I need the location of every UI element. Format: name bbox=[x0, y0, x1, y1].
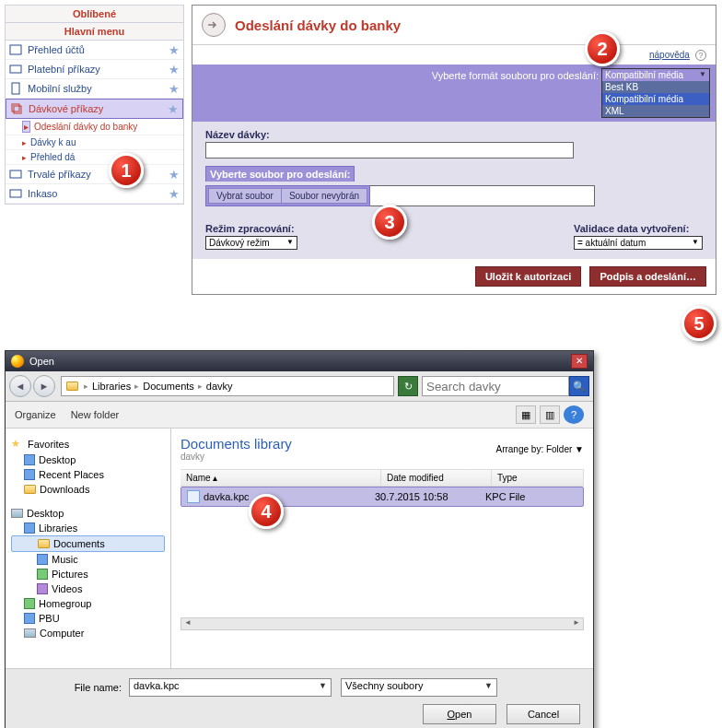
directdebit-icon bbox=[9, 187, 22, 200]
sign-send-button[interactable]: Podpis a odeslání… bbox=[589, 266, 706, 287]
file-path-input[interactable] bbox=[370, 185, 595, 206]
chrome-icon bbox=[11, 355, 24, 368]
folder-tree: ★Favorites Desktop Recent Places Downloa… bbox=[6, 429, 171, 668]
tree-music[interactable]: Music bbox=[11, 552, 165, 567]
star-icon[interactable]: ★ bbox=[169, 187, 180, 201]
sidebar-sub-auth[interactable]: ▸ Dávky k au bbox=[6, 135, 183, 150]
col-name[interactable]: Name ▴ bbox=[180, 470, 381, 486]
tree-label: Downloads bbox=[40, 484, 89, 495]
tree-desktop[interactable]: Desktop bbox=[11, 452, 165, 467]
col-type[interactable]: Type bbox=[492, 470, 584, 486]
tree-pictures[interactable]: Pictures bbox=[11, 567, 165, 581]
videos-icon bbox=[37, 583, 48, 594]
star-icon[interactable]: ★ bbox=[169, 82, 180, 96]
col-date[interactable]: Date modified bbox=[381, 470, 492, 486]
star-icon[interactable]: ★ bbox=[169, 168, 180, 182]
help-icon[interactable]: ? bbox=[695, 50, 706, 61]
format-dropdown[interactable]: Kompatibilní média Best KB Kompatibilní … bbox=[601, 68, 710, 118]
search-input[interactable] bbox=[422, 376, 569, 396]
search-button[interactable]: 🔍 bbox=[569, 376, 589, 396]
tree-libraries[interactable]: Libraries bbox=[11, 521, 165, 535]
list-subtitle: davky bbox=[180, 452, 292, 462]
sidebar-item-label: Dávkové příkazy bbox=[29, 103, 179, 114]
tree-recent[interactable]: Recent Places bbox=[11, 467, 165, 482]
tree-videos[interactable]: Videos bbox=[11, 581, 165, 596]
crumb[interactable]: Libraries bbox=[88, 381, 134, 392]
tree-homegroup[interactable]: Homegroup bbox=[11, 596, 165, 611]
refresh-button[interactable]: ↻ bbox=[398, 376, 418, 396]
arrange-label: Arrange by: bbox=[495, 444, 543, 454]
tree-pbu[interactable]: PBU bbox=[11, 611, 165, 626]
file-row[interactable]: davka.kpc 30.7.2015 10:58 KPC File bbox=[180, 487, 584, 507]
dialog-titlebar: Open ✕ bbox=[6, 351, 593, 371]
dropdown-selected[interactable]: Kompatibilní média bbox=[602, 69, 709, 81]
mode-select[interactable]: Dávkový režim bbox=[205, 236, 297, 250]
arrow-icon: ▸ bbox=[22, 153, 27, 162]
desktop-icon bbox=[11, 509, 23, 518]
organize-menu[interactable]: Organize bbox=[15, 409, 56, 420]
sidebar-item-payments[interactable]: Platební příkazy ★ bbox=[6, 60, 183, 79]
callout-badge-5: 5 bbox=[681, 306, 716, 341]
tree-favorites[interactable]: ★Favorites bbox=[11, 436, 165, 452]
open-button[interactable]: Open bbox=[423, 704, 496, 724]
filename-value: davka.kpc bbox=[134, 680, 180, 691]
sidebar-sub-send[interactable]: ▸ Odeslání dávky do banky bbox=[6, 119, 183, 135]
preview-button[interactable]: ▥ bbox=[540, 405, 560, 424]
dialog-body: ★Favorites Desktop Recent Places Downloa… bbox=[6, 429, 593, 668]
cancel-button[interactable]: Cancel bbox=[507, 704, 580, 724]
save-button[interactable]: Uložit k autorizaci bbox=[475, 266, 582, 287]
star-icon[interactable]: ★ bbox=[169, 63, 180, 76]
nav-back-button[interactable]: ◄ bbox=[9, 375, 31, 397]
dropdown-option[interactable]: Best KB bbox=[602, 81, 709, 93]
svg-rect-1 bbox=[10, 65, 21, 73]
tree-documents[interactable]: Documents bbox=[11, 535, 165, 552]
crumb[interactable]: davky bbox=[203, 381, 237, 392]
callout-badge-3: 3 bbox=[372, 205, 407, 240]
svg-rect-5 bbox=[10, 170, 21, 178]
tree-downloads[interactable]: Downloads bbox=[11, 482, 165, 497]
libraries-icon bbox=[24, 523, 35, 534]
close-icon[interactable]: ✕ bbox=[571, 354, 588, 369]
help-icon[interactable]: ? bbox=[564, 405, 584, 424]
homegroup-icon bbox=[24, 598, 35, 609]
filetype-select[interactable]: Všechny soubory bbox=[341, 678, 497, 697]
star-icon[interactable]: ★ bbox=[169, 43, 180, 57]
dropdown-option[interactable]: XML bbox=[602, 105, 709, 117]
sidebar-sub-overview[interactable]: ▸ Přehled dá bbox=[6, 150, 183, 165]
help-link[interactable]: nápověda bbox=[649, 50, 690, 60]
mode-label: Režim zpracování: bbox=[205, 223, 297, 234]
dialog-nav: ◄ ► ▸ Libraries▸ Documents▸ davky ↻ 🔍 bbox=[6, 371, 593, 402]
crumb[interactable]: Documents bbox=[139, 381, 198, 392]
star-icon[interactable]: ★ bbox=[168, 102, 179, 116]
batch-icon bbox=[10, 102, 23, 115]
list-columns: Name ▴ Date modified Type bbox=[180, 469, 584, 487]
sidebar-item-batch[interactable]: Dávkové příkazy ★ bbox=[6, 99, 183, 119]
tree-label: Documents bbox=[53, 538, 105, 549]
name-input[interactable] bbox=[205, 142, 574, 159]
page-title: Odeslání dávky do banky bbox=[235, 18, 706, 33]
sidebar-item-directdebit[interactable]: Inkaso ★ bbox=[6, 184, 183, 204]
sidebar-item-accounts[interactable]: Přehled účtů ★ bbox=[6, 41, 183, 60]
filename-label: File name: bbox=[18, 682, 129, 693]
tree-label: Desktop bbox=[27, 508, 64, 519]
horizontal-scrollbar[interactable] bbox=[180, 617, 584, 630]
tree-label: Recent Places bbox=[39, 469, 104, 480]
validation-col: Validace data vytvoření: = aktuální datu… bbox=[574, 223, 703, 250]
sidebar-sub-label: Dávky k au bbox=[30, 137, 76, 147]
filename-input[interactable]: davka.kpc bbox=[129, 678, 332, 697]
arrange-by[interactable]: Arrange by: Folder ▼ bbox=[495, 444, 584, 454]
choose-file-button[interactable]: Vybrat soubor bbox=[208, 188, 282, 204]
file-picker-wrap: Vybrat soubor Soubor nevybrán bbox=[205, 185, 370, 206]
tree-label: Music bbox=[52, 554, 78, 565]
sidebar-item-mobile[interactable]: Mobilní služby ★ bbox=[6, 79, 183, 99]
validation-select[interactable]: = aktuální datum bbox=[574, 236, 703, 250]
dropdown-option[interactable]: Kompatibilní média bbox=[602, 93, 709, 105]
new-folder-button[interactable]: New folder bbox=[71, 409, 120, 420]
tree-computer[interactable]: Computer bbox=[11, 626, 165, 640]
breadcrumb[interactable]: ▸ Libraries▸ Documents▸ davky bbox=[61, 376, 394, 396]
view-button[interactable]: ▦ bbox=[516, 405, 536, 424]
sidebar-item-standing[interactable]: Trvalé příkazy ★ bbox=[6, 165, 183, 184]
nav-forward-button[interactable]: ► bbox=[33, 375, 55, 397]
tree-desktop2[interactable]: Desktop bbox=[11, 506, 165, 521]
file-open-dialog: Open ✕ ◄ ► ▸ Libraries▸ Documents▸ davky… bbox=[5, 350, 594, 728]
